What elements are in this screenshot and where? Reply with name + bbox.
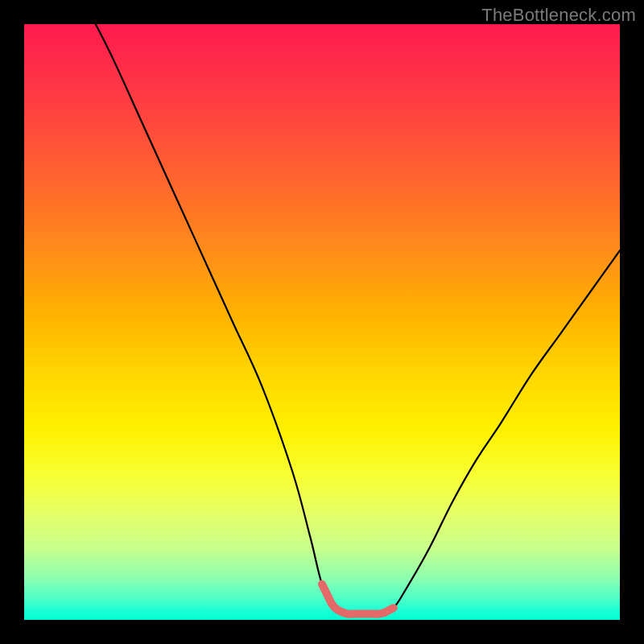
plot-area (24, 24, 620, 620)
curve-svg (24, 24, 620, 620)
chart-frame: TheBottleneck.com (0, 0, 644, 644)
flat-segment-highlight (322, 584, 394, 614)
watermark-text: TheBottleneck.com (481, 5, 636, 26)
main-curve-path (96, 24, 620, 614)
